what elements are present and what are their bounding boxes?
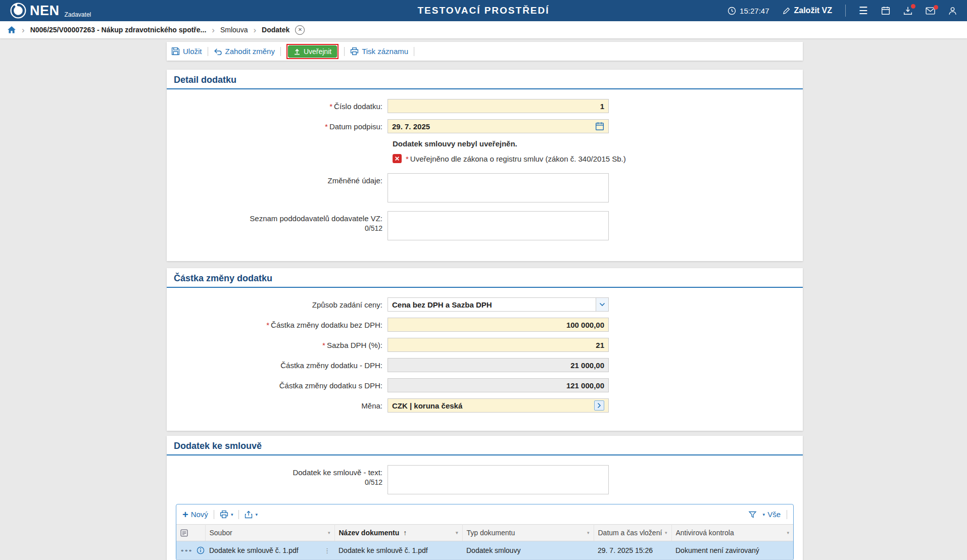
save-button[interactable]: Uložit <box>171 47 202 56</box>
discard-icon <box>214 47 222 55</box>
section-title: Dodatek ke smlouvě <box>167 436 803 454</box>
info-icon[interactable] <box>197 546 205 554</box>
column-header-datum[interactable]: ▾ Datum a čas vložení <box>594 525 671 541</box>
profile-button[interactable] <box>948 7 957 15</box>
menu-button[interactable]: ☰ <box>859 6 868 16</box>
mena-input[interactable]: CZK | koruna česká <box>388 398 609 413</box>
grid-print-button[interactable]: ▾ <box>220 510 233 519</box>
datepicker-calendar-icon[interactable] <box>595 122 604 131</box>
castka-s-dph-readonly: 121 000,00 <box>388 378 609 392</box>
chevron-down-icon: ▾ <box>255 512 258 517</box>
cislo-dodatku-value: 1 <box>600 102 604 111</box>
section-title: Detail dodatku <box>167 70 803 88</box>
required-marker: * <box>329 102 332 111</box>
clock-icon <box>728 7 736 15</box>
column-header-typ[interactable]: ▾ Typ dokumentu <box>462 525 594 541</box>
chevron-right-icon: › <box>212 26 215 34</box>
cell-datum: 29. 7. 2025 15:26 <box>594 541 671 560</box>
print-record-button[interactable]: Tisk záznamu <box>350 47 408 56</box>
close-tab-button[interactable]: ✕ <box>295 25 305 35</box>
cell-soubor[interactable]: Dodatek ke smlouvě č. 1.pdf <box>209 546 299 554</box>
documents-grid: + Nový ▾ ▾ <box>176 504 794 560</box>
datum-podpisu-input[interactable]: 29. 7. 2025 <box>388 119 609 133</box>
cislo-dodatku-input[interactable]: 1 <box>388 99 609 113</box>
nen-logo[interactable]: NEN Zadavatel <box>10 3 91 19</box>
document-row[interactable]: ∘∘∘ Dodatek ke smlouvě č. 1.pdf ⋮ <box>176 541 793 560</box>
toolbar-separator <box>787 510 787 519</box>
toolbar-separator <box>208 47 208 56</box>
environment-title: TESTOVACÍ PROSTŘEDÍ <box>417 5 549 16</box>
hamburger-icon: ☰ <box>859 6 868 16</box>
logo-text: NEN <box>30 4 60 18</box>
column-filter-icon[interactable]: ▾ <box>328 530 330 535</box>
select-chevron-icon[interactable] <box>596 298 608 311</box>
mena-lookup-icon[interactable] <box>594 400 604 411</box>
cislo-dodatku-label: *Číslo dodatku: <box>167 99 388 111</box>
grid-toolbar-right: ▾ Vše <box>748 510 787 519</box>
column-filter-icon[interactable]: ▾ <box>787 530 789 535</box>
save-label: Uložit <box>183 47 202 56</box>
new-label: Nový <box>191 510 208 519</box>
column-header-nazev[interactable]: ▾ Název dokumentu ↑ <box>334 525 462 541</box>
top-header: NEN Zadavatel TESTOVACÍ PROSTŘEDÍ 15:27:… <box>0 0 967 21</box>
zmenene-udaje-textarea[interactable] <box>388 173 609 202</box>
column-filter-icon[interactable]: ▾ <box>456 530 458 535</box>
create-vz-button[interactable]: Založit VZ <box>783 6 833 15</box>
section-dodatek-ke-smlouve: Dodatek ke smlouvě Dodatek ke smlouvě - … <box>167 436 803 560</box>
select-column-header[interactable] <box>176 525 205 541</box>
cell-typ: Dodatek smlouvy <box>462 541 594 560</box>
registry-status-row: *Uveřejněno dle zákona o registru smluv … <box>393 154 803 163</box>
sazba-dph-label: *Sazba DPH (%): <box>167 338 388 349</box>
breadcrumb-item-dodatek[interactable]: Dodatek <box>262 26 289 34</box>
required-marker: * <box>325 122 328 131</box>
grid-export-button[interactable]: ▾ <box>245 511 258 519</box>
column-header-soubor[interactable]: ▾ Soubor <box>205 525 334 541</box>
breadcrumb-item-vz[interactable]: N006/25/V00007263 - Nákup zdravotnického… <box>30 26 207 34</box>
row-menu-icon[interactable]: ∘∘∘ <box>180 547 192 554</box>
export-icon <box>245 511 253 519</box>
dodatek-text-label: Dodatek ke smlouvě - text: 0/512 <box>167 465 388 486</box>
messages-button[interactable] <box>926 7 935 15</box>
downloads-badge <box>911 4 915 9</box>
show-all-button[interactable]: ▾ Vše <box>763 510 781 519</box>
header-divider <box>845 5 846 17</box>
documents-table: ▾ Soubor ▾ Název dokumentu ↑ ▾ Typ dokum… <box>176 524 793 560</box>
calendar-icon <box>881 6 890 15</box>
plus-icon: + <box>182 510 188 520</box>
column-filter-icon[interactable]: ▾ <box>665 530 667 535</box>
required-marker: * <box>322 341 325 349</box>
publish-button[interactable]: Uveřejnit <box>288 45 337 58</box>
calendar-button[interactable] <box>881 6 890 15</box>
required-marker: * <box>406 155 409 163</box>
downloads-button[interactable] <box>903 6 912 15</box>
print-label: Tisk záznamu <box>362 47 408 56</box>
dodatek-text-textarea[interactable] <box>388 465 609 494</box>
datum-podpisu-label: *Datum podpisu: <box>167 119 388 131</box>
filter-icon[interactable] <box>748 511 757 519</box>
discard-changes-button[interactable]: Zahodit změny <box>214 47 275 56</box>
datum-podpisu-value: 29. 7. 2025 <box>392 122 430 131</box>
mena-value: CZK | koruna česká <box>392 401 462 410</box>
castka-bez-dph-input[interactable]: 100 000,00 <box>388 318 609 332</box>
zpusob-zadani-label: Způsob zadání ceny: <box>167 297 388 309</box>
zpusob-zadani-select[interactable]: Cena bez DPH a Sazba DPH <box>388 297 609 312</box>
chevron-right-icon: › <box>253 26 256 34</box>
printer-icon <box>220 510 228 519</box>
cell-antivir: Dokument není zavirovaný <box>671 541 793 560</box>
new-document-button[interactable]: + Nový <box>182 510 208 520</box>
seznam-poddodavatelu-textarea[interactable] <box>388 211 609 240</box>
session-time: 15:27:47 <box>740 7 769 15</box>
cell-nazev[interactable]: Dodatek ke smlouvě č. 1.pdf <box>334 541 462 560</box>
chevron-right-icon: › <box>22 26 25 34</box>
cell-drag-handle-icon[interactable]: ⋮ <box>324 547 330 554</box>
toolbar-separator <box>238 510 239 519</box>
chevron-down-icon: ▾ <box>231 512 233 517</box>
castka-dph-label: Částka změny dodatku - DPH: <box>167 358 388 370</box>
column-header-antivir[interactable]: ▾ Antivirová kontrola <box>671 525 793 541</box>
column-filter-icon[interactable]: ▾ <box>587 530 590 535</box>
messages-badge <box>934 5 938 10</box>
breadcrumb-item-smlouva[interactable]: Smlouva <box>220 26 248 34</box>
home-icon[interactable] <box>7 26 16 34</box>
sazba-dph-input[interactable]: 21 <box>388 338 609 352</box>
zpusob-zadani-value: Cena bez DPH a Sazba DPH <box>392 300 492 309</box>
